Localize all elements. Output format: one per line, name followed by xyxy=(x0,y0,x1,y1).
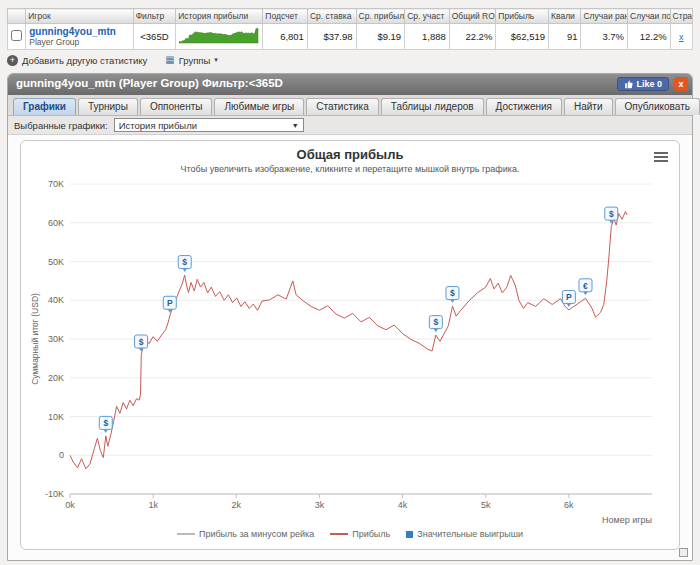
svg-text:70K: 70K xyxy=(48,179,64,189)
profit-history-sparkline[interactable] xyxy=(176,24,263,50)
tab-item[interactable]: Любимые игры xyxy=(214,98,304,115)
cell-avg-stake: $37.98 xyxy=(307,24,356,50)
svg-text:5k: 5k xyxy=(481,500,491,510)
svg-text:$: $ xyxy=(182,257,187,267)
tab-item[interactable]: Достижения xyxy=(486,98,562,115)
profit-line-chart[interactable]: -10K010K20K30K40K50K60K70K0k1k2k3k4k5k6k… xyxy=(26,176,674,528)
cell-avg-entrants: 1,888 xyxy=(405,24,450,50)
legend-square-swatch xyxy=(406,531,413,538)
tab-item[interactable]: Графики xyxy=(13,98,76,115)
legend-item[interactable]: Прибыль за минусом рейка xyxy=(177,529,314,539)
facebook-like-button[interactable]: Like 0 xyxy=(617,77,669,91)
table-row: gunning4you_mtn Player Group <365D 6,801… xyxy=(8,24,693,50)
selected-charts-label: Выбранные графики: xyxy=(14,120,108,131)
cell-profit: $62,519 xyxy=(496,24,549,50)
profit-chart[interactable]: Общая прибыль Чтобы увеличить изображени… xyxy=(20,140,680,550)
header-checkbox-cell xyxy=(8,9,26,24)
svg-text:$: $ xyxy=(609,209,614,219)
legend-item[interactable]: Значительные выигрыши xyxy=(406,529,523,539)
svg-text:$: $ xyxy=(139,337,144,347)
player-link[interactable]: gunning4you_mtn xyxy=(29,26,129,37)
panel-close-button[interactable]: x xyxy=(674,77,688,91)
svg-text:0k: 0k xyxy=(65,500,75,510)
svg-text:40K: 40K xyxy=(48,295,64,305)
legend-label: Прибыль xyxy=(352,529,390,539)
add-statistic-button[interactable]: + Добавить другую статистику xyxy=(7,55,147,66)
stats-table-header-row: ИгрокФильтрИстория прибылиПодсчетСр. ста… xyxy=(8,9,693,24)
chart-subtitle: Чтобы увеличить изображение, кликните и … xyxy=(21,164,679,174)
legend-item[interactable]: Прибыль xyxy=(330,529,390,539)
panel-body: Общая прибыль Чтобы увеличить изображени… xyxy=(8,135,692,559)
column-header[interactable]: История прибыли xyxy=(176,9,263,24)
svg-text:3k: 3k xyxy=(315,500,325,510)
svg-text:$: $ xyxy=(433,317,438,327)
column-header[interactable]: Квали xyxy=(549,9,581,24)
column-header[interactable]: Фильтр xyxy=(133,9,176,24)
svg-text:Суммарный итог (USD): Суммарный итог (USD) xyxy=(30,293,40,385)
svg-text:10K: 10K xyxy=(48,412,64,422)
column-header[interactable]: Ср. ставка xyxy=(307,9,356,24)
column-header[interactable]: Случаи по xyxy=(628,9,671,24)
svg-text:Номер игры: Номер игры xyxy=(602,515,652,525)
legend-line-swatch xyxy=(330,533,348,535)
svg-text:0: 0 xyxy=(59,450,64,460)
thumbs-up-icon xyxy=(624,79,633,89)
column-header[interactable]: Подсчет xyxy=(263,9,308,24)
legend-label: Значительные выигрыши xyxy=(417,529,523,539)
cell-late-pct: 12.2% xyxy=(628,24,671,50)
tab-item[interactable]: Турниры xyxy=(78,98,138,115)
select-caret-icon: ▼ xyxy=(292,122,299,129)
svg-text:20K: 20K xyxy=(48,373,64,383)
add-statistic-label: Добавить другую статистику xyxy=(22,55,147,66)
groups-label: Группы xyxy=(179,55,211,66)
svg-text:€: € xyxy=(583,281,588,291)
svg-text:$: $ xyxy=(450,288,455,298)
svg-text:$: $ xyxy=(103,418,108,428)
add-icon: + xyxy=(7,55,18,66)
chart-select-row: Выбранные графики: История прибыли ▼ xyxy=(8,116,692,135)
tab-item[interactable]: Найти xyxy=(564,98,613,115)
cell-filter: <365D xyxy=(133,24,176,50)
chart-legend: Прибыль за минусом рейкаПрибыльЗначитель… xyxy=(21,529,679,539)
svg-text:-10K: -10K xyxy=(45,489,64,499)
groups-button[interactable]: ▦ Группы ▾ xyxy=(165,55,218,66)
panel-title: gunning4you_mtn (Player Group) Фильтр:<3… xyxy=(16,77,283,89)
svg-text:2k: 2k xyxy=(232,500,242,510)
cell-ability: 91 xyxy=(549,24,581,50)
resize-handle[interactable] xyxy=(679,548,688,557)
chevron-down-icon: ▾ xyxy=(214,56,218,64)
column-header[interactable]: Общий ROI xyxy=(449,9,496,24)
column-header[interactable]: Ср. участ xyxy=(405,9,450,24)
tab-item[interactable]: Опубликовать xyxy=(615,98,700,115)
tab-bar: ГрафикиТурнирыОппонентыЛюбимые игрыСтати… xyxy=(8,95,692,116)
column-header[interactable]: Случаи ран xyxy=(581,9,628,24)
column-header[interactable]: Стра xyxy=(670,9,692,24)
tab-item[interactable]: Таблицы лидеров xyxy=(381,98,484,115)
toolbar: + Добавить другую статистику ▦ Группы ▾ xyxy=(7,52,693,68)
player-panel: gunning4you_mtn (Player Group) Фильтр:<3… xyxy=(7,73,693,561)
cell-total-roi: 22.2% xyxy=(449,24,496,50)
row-checkbox[interactable] xyxy=(11,30,22,41)
panel-header: gunning4you_mtn (Player Group) Фильтр:<3… xyxy=(8,74,692,95)
row-remove-link[interactable]: x xyxy=(679,32,684,42)
chart-menu-icon[interactable] xyxy=(654,150,668,164)
player-subtitle: Player Group xyxy=(29,37,129,47)
chart-type-selected-value: История прибыли xyxy=(119,120,197,131)
svg-text:4k: 4k xyxy=(398,500,408,510)
cell-avg-profit: $9.19 xyxy=(356,24,405,50)
column-header[interactable]: Ср. прибыль xyxy=(356,9,405,24)
svg-text:1k: 1k xyxy=(148,500,158,510)
column-header[interactable]: Игрок xyxy=(26,9,133,24)
groups-icon: ▦ xyxy=(165,55,174,65)
svg-text:P: P xyxy=(167,298,173,308)
svg-text:30K: 30K xyxy=(48,334,64,344)
tab-item[interactable]: Статистика xyxy=(306,98,379,115)
chart-type-select[interactable]: История прибыли ▼ xyxy=(114,118,304,132)
tab-item[interactable]: Оппоненты xyxy=(140,98,213,115)
cell-early-pct: 3.7% xyxy=(581,24,628,50)
stats-table: ИгрокФильтрИстория прибылиПодсчетСр. ста… xyxy=(7,8,693,50)
legend-label: Прибыль за минусом рейка xyxy=(199,529,314,539)
column-header[interactable]: Прибыль xyxy=(496,9,549,24)
chart-title: Общая прибыль xyxy=(21,147,679,162)
legend-line-swatch xyxy=(177,533,195,535)
